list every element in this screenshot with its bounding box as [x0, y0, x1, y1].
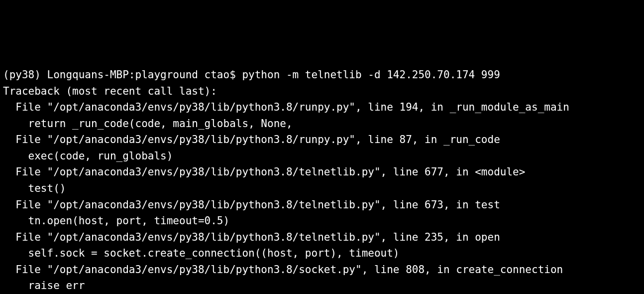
terminal-output[interactable]: (py38) Longquans-MBP:playground ctao$ py…	[3, 67, 641, 294]
prompt-command-line: (py38) Longquans-MBP:playground ctao$ py…	[3, 67, 641, 83]
traceback-file-line: File "/opt/anaconda3/envs/py38/lib/pytho…	[3, 99, 641, 116]
traceback-file-line: File "/opt/anaconda3/envs/py38/lib/pytho…	[3, 262, 641, 278]
traceback-header: Traceback (most recent call last):	[3, 83, 641, 100]
traceback-code-line: self.sock = socket.create_connection((ho…	[3, 245, 641, 262]
traceback-file-line: File "/opt/anaconda3/envs/py38/lib/pytho…	[3, 132, 641, 148]
traceback-file-line: File "/opt/anaconda3/envs/py38/lib/pytho…	[3, 229, 641, 246]
traceback-code-line: return _run_code(code, main_globals, Non…	[3, 116, 641, 132]
traceback-code-line: exec(code, run_globals)	[3, 148, 641, 164]
traceback-file-line: File "/opt/anaconda3/envs/py38/lib/pytho…	[3, 164, 641, 180]
traceback-file-line: File "/opt/anaconda3/envs/py38/lib/pytho…	[3, 197, 641, 213]
traceback-code-line: tn.open(host, port, timeout=0.5)	[3, 213, 641, 229]
traceback-code-line: raise err	[3, 278, 641, 294]
traceback-code-line: test()	[3, 180, 641, 197]
